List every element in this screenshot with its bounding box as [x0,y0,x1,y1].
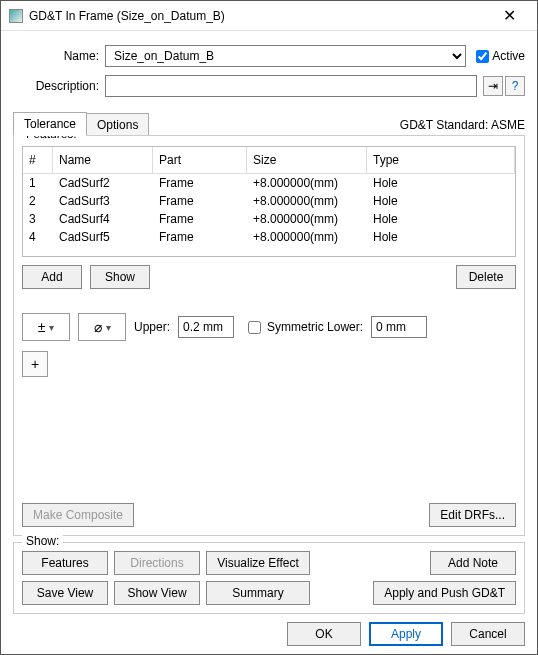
table-row[interactable]: 2 CadSurf3 Frame +8.000000(mm) Hole [23,192,515,210]
window-title: GD&T In Frame (Size_on_Datum_B) [29,9,489,23]
show-button[interactable]: Show [90,265,150,289]
upper-input[interactable] [178,316,234,338]
add-button[interactable]: Add [22,265,82,289]
make-composite-button: Make Composite [22,503,134,527]
features-button[interactable]: Features [22,551,108,575]
desc-label: Description: [13,79,105,93]
link-icon[interactable]: ⇥ [483,76,503,96]
save-view-button[interactable]: Save View [22,581,108,605]
active-checkbox[interactable]: Active [472,47,525,66]
features-fieldset: Features: # Name Part Size Type 1 CadSur… [13,135,525,536]
footer: OK Apply Cancel [13,622,525,646]
tab-tolerance[interactable]: Tolerance [13,112,87,136]
name-select[interactable]: Size_on_Datum_B [105,45,466,67]
apply-push-button[interactable]: Apply and Push GD&T [373,581,516,605]
titlebar: GD&T In Frame (Size_on_Datum_B) ✕ [1,1,537,31]
col-part: Part [153,147,247,174]
edit-drfs-button[interactable]: Edit DRFs... [429,503,516,527]
active-check-input[interactable] [476,50,489,63]
table-row[interactable]: 1 CadSurf2 Frame +8.000000(mm) Hole [23,174,515,192]
features-table: # Name Part Size Type 1 CadSurf2 Frame +… [22,146,516,257]
name-row: Name: Size_on_Datum_B Active [13,45,525,67]
add-note-button[interactable]: Add Note [430,551,516,575]
summary-button[interactable]: Summary [206,581,310,605]
content: Name: Size_on_Datum_B Active Description… [1,31,537,654]
lower-input[interactable] [371,316,427,338]
col-name: Name [53,147,153,174]
diameter-dropdown[interactable]: ⌀ ▾ [78,313,126,341]
tabs: Tolerance Options GD&T Standard: ASME [13,111,525,135]
show-row-2: Save View Show View Summary Apply and Pu… [22,581,516,605]
desc-row: Description: ⇥ ? [13,75,525,97]
visualize-button[interactable]: Visualize Effect [206,551,310,575]
plus-icon: + [31,356,39,372]
ok-button[interactable]: OK [287,622,361,646]
symmetric-label: Symmetric Lower: [267,320,363,334]
tab-options[interactable]: Options [86,113,149,136]
add-tolerance-button[interactable]: + [22,351,48,377]
chevron-down-icon: ▾ [49,322,54,333]
upper-label: Upper: [134,320,170,334]
col-type: Type [367,147,515,174]
show-view-button[interactable]: Show View [114,581,200,605]
symmetric-checkbox[interactable] [248,321,261,334]
diameter-icon: ⌀ [94,319,102,335]
directions-button: Directions [114,551,200,575]
app-icon [9,9,23,23]
gdt-dialog: GD&T In Frame (Size_on_Datum_B) ✕ Name: … [0,0,538,655]
col-size: Size [247,147,367,174]
fieldset-bottom: Make Composite Edit DRFs... [22,503,516,527]
desc-icons: ⇥ ? [483,76,525,96]
name-label: Name: [13,49,105,63]
tolerance-type-dropdown[interactable]: ± ▾ [22,313,70,341]
delete-button[interactable]: Delete [456,265,516,289]
show-fieldset: Show: Features Directions Visualize Effe… [13,542,525,614]
show-row-1: Features Directions Visualize Effect Add… [22,551,516,575]
chevron-down-icon: ▾ [106,322,111,333]
apply-button[interactable]: Apply [369,622,443,646]
col-num: # [23,147,53,174]
help-icon[interactable]: ? [505,76,525,96]
features-buttons: Add Show Delete [22,265,516,289]
tolerance-row: ± ▾ ⌀ ▾ Upper: Symmetric Lower: [22,313,516,341]
close-icon[interactable]: ✕ [489,2,529,30]
standard-label: GD&T Standard: ASME [400,118,525,135]
description-input[interactable] [105,75,477,97]
table-row[interactable]: 3 CadSurf4 Frame +8.000000(mm) Hole [23,210,515,228]
table-header: # Name Part Size Type [23,147,515,174]
plus-minus-icon: ± [38,319,46,335]
symmetric-lower-check[interactable]: Symmetric Lower: [244,318,363,337]
show-legend: Show: [22,534,63,548]
cancel-button[interactable]: Cancel [451,622,525,646]
table-row[interactable]: 4 CadSurf5 Frame +8.000000(mm) Hole [23,228,515,246]
active-label: Active [492,49,525,63]
